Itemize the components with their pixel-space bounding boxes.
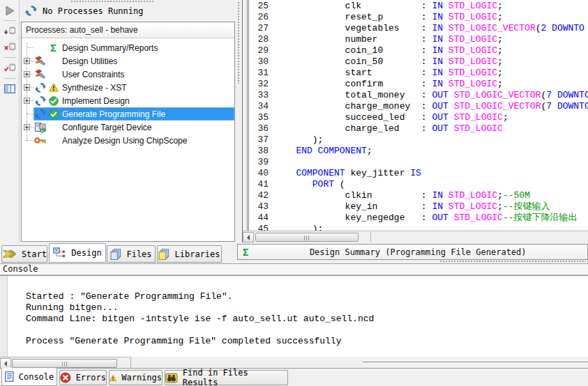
console-hscrollbar[interactable] <box>0 357 131 369</box>
start-icon <box>2 249 17 259</box>
tab-label: Design <box>71 248 101 258</box>
editor-hscroll-thumb[interactable] <box>255 233 359 242</box>
tab-label: Warnings <box>121 373 162 383</box>
process-arrows-icon <box>33 82 47 93</box>
process-item-label: Design Utilities <box>62 56 117 66</box>
tab-console[interactable]: Console <box>1 368 57 386</box>
sigma-icon: Σ <box>243 247 248 257</box>
splitter-grip[interactable] <box>237 1 241 84</box>
process-item-label: Synthesize - XST <box>62 83 127 93</box>
device-icon <box>33 122 47 133</box>
columns-icon <box>4 85 15 93</box>
tab-label: Libraries <box>174 249 220 259</box>
scroll-grip <box>62 362 68 366</box>
process-x-icon <box>4 43 15 51</box>
toolbar-separator <box>3 78 16 79</box>
tree-indent <box>22 134 33 147</box>
tree-indent <box>22 107 33 121</box>
tab-files[interactable]: Files <box>107 245 156 263</box>
scroll-grip <box>304 236 310 240</box>
editor-gutter: 2526272829303132333435363738394041424344… <box>251 1 274 231</box>
console-margin <box>0 276 8 357</box>
toolbar-separator <box>3 20 16 21</box>
process-down-icon <box>4 26 15 35</box>
process-running-icon <box>25 5 37 17</box>
tree-indent <box>22 81 33 94</box>
tab-libraries[interactable]: Libraries <box>157 245 222 263</box>
sigma-icon: Σ <box>47 43 60 53</box>
editor-code-area[interactable]: clk : IN STD_LOGIC; reset_p : IN STD_LOG… <box>274 1 588 231</box>
tab-label: Console <box>19 372 54 382</box>
process-item-label: Generate Programming File <box>62 109 165 119</box>
design-summary-label: Design Summary (Programming File Generat… <box>248 247 587 257</box>
process-item-synthesize[interactable]: Synthesize - XST <box>22 81 234 94</box>
warning-badge-icon <box>47 83 60 92</box>
tab-label: Errors <box>76 373 106 383</box>
scroll-track-end <box>370 232 371 242</box>
tab-start[interactable]: Start <box>1 245 47 263</box>
output-tabs-bar: Console Errors Warnings Find in Files Re… <box>0 368 588 386</box>
tree-indent <box>22 41 33 54</box>
restart-process-button[interactable] <box>1 23 18 39</box>
process-arrows-icon <box>33 95 47 107</box>
dock-groove <box>363 362 588 363</box>
run-process-button[interactable] <box>1 2 18 18</box>
design-icon <box>53 247 66 258</box>
ise-project-navigator-window: No Processes Running Processes: auto_sel… <box>0 0 588 386</box>
console-scroll-row <box>0 357 588 368</box>
tree-indent <box>22 121 33 134</box>
design-summary-tab[interactable]: Σ Design Summary (Programming File Gener… <box>237 244 588 260</box>
process-item-implement-design[interactable]: Implement Design <box>22 94 234 107</box>
success-badge-icon <box>47 109 60 119</box>
process-item-configure-target-device[interactable]: Configure Target Device <box>22 121 234 134</box>
process-item-generate-programming-file[interactable]: Generate Programming File <box>22 107 234 121</box>
process-item-user-constraints[interactable]: User Constraints <box>22 68 234 81</box>
tab-find-in-files[interactable]: Find in Files Results <box>165 370 288 385</box>
tree-indent <box>22 68 33 81</box>
processes-panel: Processes: auto_sell - behave Σ Design S… <box>21 22 235 242</box>
process-item-analyze-chipscope[interactable]: Analyze Design Using ChipScope <box>22 134 234 147</box>
tab-warnings[interactable]: Warnings <box>109 370 163 385</box>
toolbar-separator <box>3 57 16 58</box>
warning-icon <box>110 373 116 383</box>
stop-process-button[interactable] <box>1 39 18 55</box>
expand-plus-icon[interactable] <box>24 58 30 64</box>
tab-label: Find in Files Results <box>183 368 287 386</box>
expand-plus-icon[interactable] <box>24 98 30 104</box>
success-badge-icon <box>47 96 60 106</box>
files-icon <box>110 249 121 260</box>
editor-bookmark-margin <box>243 0 249 231</box>
console-panel-title: Console <box>0 263 588 275</box>
tools-icon <box>33 69 47 80</box>
scroll-left-arrow[interactable] <box>243 232 254 242</box>
editor-hscrollbar[interactable] <box>243 231 588 242</box>
process-item-design-utilities[interactable]: Design Utilities <box>22 54 234 68</box>
rerun-process-button[interactable] <box>1 60 18 76</box>
play-icon <box>6 6 14 15</box>
console-output: Started : "Generate Programming File".Ru… <box>0 275 588 357</box>
tree-indent <box>22 54 33 68</box>
tree-indent <box>22 94 33 107</box>
console-text: Started : "Generate Programming File".Ru… <box>26 291 585 347</box>
toggle-columns-button[interactable] <box>1 81 18 97</box>
tools-icon <box>33 56 47 67</box>
expand-plus-icon[interactable] <box>24 124 30 130</box>
process-item-label: Analyze Design Using ChipScope <box>62 136 187 146</box>
process-check-icon <box>4 63 15 72</box>
process-arrows-icon <box>33 109 47 120</box>
process-status-bar: No Processes Running <box>20 0 237 22</box>
process-item-design-summary[interactable]: Σ Design Summary/Reports <box>22 41 234 54</box>
vhdl-editor: 2526272829303132333435363738394041424344… <box>242 0 588 242</box>
process-toolbar <box>0 0 20 242</box>
tab-errors[interactable]: Errors <box>59 370 107 385</box>
process-item-label: User Constraints <box>62 70 124 79</box>
scroll-left-arrow[interactable] <box>0 358 11 369</box>
selected-row-highlight: Generate Programming File <box>33 107 234 121</box>
process-item-label: Implement Design <box>62 96 130 106</box>
console-hscroll-thumb[interactable] <box>12 359 117 368</box>
tab-design[interactable]: Design <box>49 243 106 263</box>
process-item-label: Design Summary/Reports <box>62 43 158 53</box>
expand-plus-icon[interactable] <box>24 71 30 77</box>
process-item-label: Configure Target Device <box>62 123 152 132</box>
expand-plus-icon[interactable] <box>24 84 30 91</box>
